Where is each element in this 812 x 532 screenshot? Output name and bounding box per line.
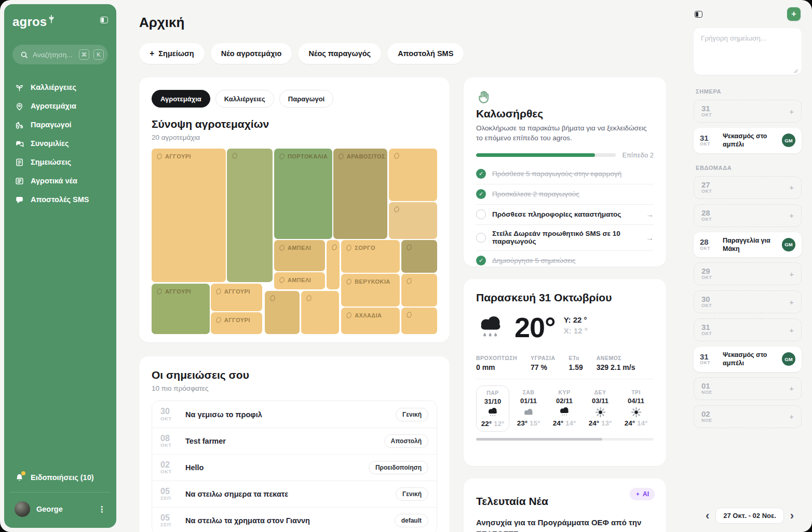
treemap-block[interactable]	[401, 274, 437, 306]
forecast-day[interactable]: ΚΥΡ02/11 24° 14°	[548, 385, 581, 432]
checklist-item[interactable]: ✓ Δημιούργησε 5 σημειώσεις	[476, 250, 654, 267]
checklist-item[interactable]: Πρόσθεσε πληροφορίες καταστήματος →	[476, 204, 654, 224]
day-slot-empty[interactable]: 31ΟΚΤ +	[694, 318, 802, 341]
day-slot-empty[interactable]: 29ΟΚΤ +	[694, 262, 802, 285]
checklist-item[interactable]: ✓ Προσκάλεσε 2 παραγωγούς	[476, 184, 654, 204]
tab-crops[interactable]: Καλλιέργειες	[215, 90, 274, 108]
forecast-scrollbar-thumb[interactable]	[476, 438, 602, 441]
sidebar-item-news[interactable]: Αγροτικά νέα	[12, 171, 108, 190]
note-row[interactable]: 05ΣΕΠ Να στειλω σημερα τα πεκατε Γενική	[152, 481, 437, 507]
day-slot-empty[interactable]: 31ΟΚΤ +	[694, 100, 802, 123]
tab-parcels[interactable]: Αγροτεμάχια	[152, 90, 210, 108]
event-card[interactable]: 31ΟΚΤ Ψεκασμός στο αμπέλι GM	[694, 128, 802, 153]
note-row[interactable]: 30ΟΚΤ Να γεμισω το προφιλ Γενική	[152, 401, 437, 428]
note-title: Hello	[185, 463, 204, 472]
treemap-block-αραβοσιτος[interactable]: ΑΡΑΒΟΣΙΤΟΣ	[333, 149, 388, 239]
treemap-block-αμπελι[interactable]: ΑΜΠΕΛΙ	[274, 240, 325, 271]
event-title: Παραγγελία για Μάκη	[723, 236, 777, 254]
date-range-pill: 27 Οκτ. - 02 Νοε.	[715, 508, 784, 524]
sidebar-item-farmers[interactable]: Παραγωγοί	[12, 115, 108, 134]
user-menu[interactable]: George ⋮	[12, 498, 108, 521]
checklist-item[interactable]: ✓ Πρόσθεσε 5 παραγωγούς στην εφαρμογή	[476, 164, 654, 184]
add-event-icon[interactable]: +	[789, 211, 794, 220]
treemap-block-βερυκοκια[interactable]: ΒΕΡΥΚΟΚΙΑ	[341, 274, 400, 306]
day-slot-empty[interactable]: 01ΝΟΕ +	[694, 377, 802, 400]
treemap-block[interactable]	[265, 291, 300, 334]
note-row[interactable]: 02ΟΚΤ Hello Προειδοποίηση	[152, 454, 437, 481]
notifications-item[interactable]: Ειδοποιήσεις (10)	[12, 468, 108, 487]
add-event-icon[interactable]: +	[789, 183, 794, 192]
search-box[interactable]: ⌘ K	[12, 45, 108, 64]
new-farmer-button[interactable]: Νέος παραγωγός	[298, 43, 381, 64]
cucumber-icon	[215, 317, 222, 324]
day-slot-empty[interactable]: 28ΟΚΤ +	[694, 204, 802, 227]
treemap-block-αγγουρι[interactable]: ΑΓΓΟΥΡΙ	[152, 149, 226, 282]
forecast-day[interactable]: ΔΕΥ03/11 24° 13°	[584, 385, 617, 432]
add-event-icon[interactable]: +	[789, 326, 794, 335]
treemap-block-σοργο[interactable]: ΣΟΡΓΟ	[341, 240, 400, 272]
checklist-item[interactable]: Στείλε Δωρεάν προωθητικό SMS σε 10 παραγ…	[476, 224, 654, 250]
kebab-menu-icon[interactable]: ⋮	[98, 504, 106, 514]
sidebar-item-notes[interactable]: Σημειώσεις	[12, 153, 108, 171]
treemap-block[interactable]	[389, 202, 437, 239]
sidebar-item-label: Αγροτικά νέα	[31, 177, 77, 185]
treemap-block-αγγουρι[interactable]: ΑΓΓΟΥΡΙ	[152, 284, 210, 334]
chevron-right-icon[interactable]: ›	[790, 510, 794, 522]
forecast-day[interactable]: ΣΑΒ01/11 23° 15°	[512, 385, 545, 432]
sidebar-item-chats[interactable]: Συνομιλίες	[12, 134, 108, 153]
sidebar-item-parcels[interactable]: Αγροτεμάχια	[12, 97, 108, 115]
rail-add-button[interactable]: +	[787, 7, 801, 21]
treemap-block[interactable]	[327, 240, 340, 289]
add-event-icon[interactable]: +	[789, 298, 794, 307]
rail-collapse-icon[interactable]	[695, 11, 702, 18]
add-event-icon[interactable]: +	[789, 270, 794, 278]
sidebar-item-crops[interactable]: Καλλιέργειες	[12, 78, 108, 97]
day-slot-empty[interactable]: 27ΟΚΤ +	[694, 176, 802, 199]
new-parcel-button[interactable]: Νέο αγροτεμάχιο	[211, 43, 292, 64]
level-progress-fill	[476, 153, 595, 157]
treemap-block-αγγουρι[interactable]: ΑΓΓΟΥΡΙ	[211, 312, 262, 334]
treemap-block[interactable]	[401, 240, 437, 272]
agenda-rail: + ΣΗΜΕΡΑ 31ΟΚΤ + 31ΟΚΤ Ψεκασμός στο αμπέ…	[692, 0, 808, 532]
note-row[interactable]: 05ΣΕΠ Να στειλω τα χρηματα στον Γιαννη d…	[152, 507, 437, 532]
day-slot-empty[interactable]: 30ΟΚΤ +	[694, 290, 802, 313]
add-event-icon[interactable]: +	[789, 107, 794, 116]
sidebar-item-label: Συνομιλίες	[31, 139, 69, 148]
treemap-block[interactable]	[301, 291, 339, 334]
day-slot-empty[interactable]: 02ΝΟΕ +	[694, 405, 802, 428]
arrow-right-icon[interactable]: →	[646, 233, 654, 242]
cucumber-icon	[156, 288, 163, 295]
event-card[interactable]: 28ΟΚΤ Παραγγελία για Μάκη GM	[694, 232, 802, 258]
sidebar-item-sms[interactable]: Αποστολές SMS	[12, 190, 108, 209]
forecast-day[interactable]: ΠΑΡ31/10 22° 12°	[476, 385, 509, 432]
resize-handle-icon[interactable]	[793, 68, 798, 73]
add-event-icon[interactable]: +	[789, 412, 794, 421]
note-day: 02	[160, 461, 182, 470]
quick-note-input[interactable]	[694, 28, 802, 75]
add-event-icon[interactable]: +	[789, 384, 794, 393]
treemap-block-αχλαδια[interactable]: ΑΧΛΑΔΙΑ	[341, 308, 400, 334]
event-card[interactable]: 31ΟΚΤ Ψεκασμός στο αμπέλι GM	[694, 347, 802, 372]
carrot-icon	[393, 206, 400, 213]
forecast-scrollbar[interactable]	[476, 438, 654, 441]
sidebar-collapse-icon[interactable]	[100, 17, 108, 23]
notes-card-subtitle: 10 πιο πρόσφατες	[152, 384, 437, 392]
arrow-right-icon[interactable]: →	[646, 210, 654, 219]
note-tag: Γενική	[396, 408, 428, 421]
treemap-block-αμπελι[interactable]: ΑΜΠΕΛΙ	[274, 272, 325, 289]
treemap-block[interactable]	[401, 308, 437, 334]
news-headline[interactable]: Ανησυχία για τα Προγράμματα ΟΕΦ από την …	[476, 517, 651, 532]
note-row[interactable]: 08ΟΚΤ Test farmer Αποστολή	[152, 428, 437, 454]
treemap-block[interactable]	[389, 149, 437, 201]
tab-farmers[interactable]: Παραγωγοί	[279, 90, 333, 108]
treemap-block-αγγουρι[interactable]: ΑΓΓΟΥΡΙ	[211, 284, 262, 311]
send-sms-button[interactable]: Αποστολή SMS	[387, 43, 464, 64]
search-input[interactable]	[33, 51, 75, 59]
treemap-block[interactable]	[227, 149, 273, 282]
treemap-block-label: ΑΓΓΟΥΡΙ	[224, 288, 250, 295]
sidebar-item-label: Αποστολές SMS	[31, 195, 89, 204]
new-note-button[interactable]: + Σημείωση	[139, 43, 205, 64]
treemap-block-πορτοκαλια[interactable]: ΠΟΡΤΟΚΑΛΙΑ	[274, 149, 332, 239]
chevron-left-icon[interactable]: ‹	[706, 510, 709, 522]
forecast-day[interactable]: ΤΡΙ04/11 24° 14°	[619, 385, 653, 432]
